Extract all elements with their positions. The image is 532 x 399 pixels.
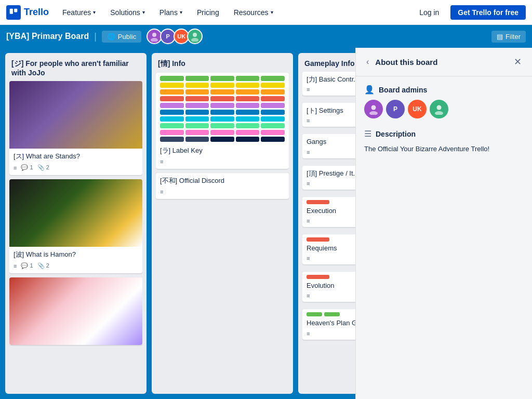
svg-point-4: [193, 33, 197, 37]
chevron-down-icon: ▾: [142, 9, 145, 15]
svg-point-2: [152, 33, 156, 37]
list-title: [ジ] For people who aren't familiar with …: [9, 57, 142, 81]
board-header: [YBA] Primary Board | 🌐 Public P UK ▤ Fi…: [0, 25, 532, 48]
panel-body: 👤 Board admins P UK ☰: [356, 76, 532, 173]
chevron-down-icon: ▾: [271, 9, 273, 15]
card-official-discord[interactable]: [不和] Official Discord ≡: [156, 173, 289, 199]
card-third[interactable]: [9, 277, 142, 345]
list-cards: [ラ] Label Key ≡ [不和] Official Discord ≡: [156, 73, 289, 390]
desc-icon: ≡: [14, 263, 17, 269]
description-icon: ☰: [364, 129, 371, 139]
comment-icon: 💬 1: [21, 164, 33, 171]
svg-rect-0: [10, 8, 13, 14]
chevron-down-icon: ▾: [93, 9, 96, 15]
resources-menu[interactable]: Resources ▾: [229, 5, 278, 20]
panel-title: About this board: [375, 58, 437, 66]
visibility-button[interactable]: 🌐 Public: [102, 31, 141, 43]
card-meta: ≡: [160, 189, 285, 195]
card-what-is-hamon[interactable]: [波] What is Hamon? ≡ 💬 1 📎 2: [9, 179, 142, 273]
filter-icon: ▤: [497, 33, 503, 41]
plans-menu[interactable]: Plans ▾: [154, 5, 188, 20]
card-meta: ≡ 💬 1 📎 2: [14, 262, 138, 269]
trello-logo-text: Trello: [24, 7, 49, 18]
avatar[interactable]: [187, 29, 203, 44]
navbar: Trello Features ▾ Solutions ▾ Plans ▾ Pr…: [0, 0, 532, 25]
features-menu[interactable]: Features ▾: [57, 5, 101, 20]
list-jojo: [ジ] For people who aren't familiar with …: [5, 53, 147, 394]
card-meta: ≡ 💬 1 📎 2: [14, 164, 138, 171]
svg-point-6: [371, 105, 376, 110]
card-label-key[interactable]: [ラ] Label Key ≡: [156, 73, 289, 169]
card-title: [ラ] Label Key: [160, 146, 285, 155]
label-grid: [160, 76, 285, 142]
panel-close-button[interactable]: ✕: [512, 54, 524, 70]
desc-icon: ≡: [14, 165, 17, 171]
description-section-title: Description: [376, 130, 416, 138]
desc-icon: ≡: [160, 158, 163, 165]
card-title: [ス] What are Stands?: [14, 152, 138, 161]
board-title: [YBA] Primary Board: [6, 32, 89, 41]
panel-header: ‹ About this board ✕: [356, 48, 532, 76]
login-button[interactable]: Log in: [412, 5, 446, 20]
svg-point-5: [191, 38, 198, 42]
admin-avatar[interactable]: [364, 100, 383, 118]
board-canvas: [ジ] For people who aren't familiar with …: [0, 48, 532, 399]
admin-avatar[interactable]: [430, 100, 448, 118]
description-text: The Official Your Bizarre Adventure Trel…: [364, 144, 524, 154]
attachment-icon: 📎 2: [37, 262, 49, 269]
filter-button[interactable]: ▤ Filter: [491, 31, 526, 43]
panel-admins-list: P UK: [364, 100, 524, 118]
svg-rect-1: [14, 8, 17, 12]
list-title: [情] Info: [156, 57, 289, 73]
chevron-down-icon: ▾: [180, 9, 182, 15]
attachment-icon: 📎 2: [37, 164, 49, 171]
trello-logo-icon: [6, 5, 21, 20]
admin-avatar[interactable]: P: [386, 100, 405, 118]
member-avatars: P UK: [147, 29, 203, 44]
pricing-menu[interactable]: Pricing: [192, 5, 224, 20]
card-what-are-stands[interactable]: [ス] What are Stands? ≡ 💬 1 📎 2: [9, 81, 142, 175]
card-meta: ≡: [160, 158, 285, 165]
solutions-menu[interactable]: Solutions ▾: [105, 5, 150, 20]
list-info: [情] Info: [152, 53, 293, 394]
svg-point-7: [369, 111, 378, 115]
card-title: [不和] Official Discord: [160, 176, 285, 185]
svg-point-8: [437, 105, 442, 110]
svg-point-9: [435, 111, 443, 115]
list-cards: [ス] What are Stands? ≡ 💬 1 📎 2 [波] What …: [9, 81, 142, 390]
person-icon: 👤: [364, 85, 375, 95]
card-title: [波] What is Hamon?: [14, 250, 138, 259]
trello-logo[interactable]: Trello: [6, 5, 49, 20]
globe-icon: 🌐: [107, 33, 115, 41]
panel-admins-section: 👤 Board admins P UK: [364, 85, 524, 118]
desc-icon: ≡: [160, 189, 163, 195]
about-panel: ‹ About this board ✕ 👤 Board admins P UK: [355, 48, 532, 399]
svg-point-3: [151, 38, 158, 42]
panel-description-section: ☰ Description The Official Your Bizarre …: [364, 129, 524, 154]
admin-avatar[interactable]: UK: [408, 100, 427, 118]
comment-icon: 💬 1: [21, 262, 33, 269]
admins-section-title: Board admins: [379, 86, 427, 94]
get-free-button[interactable]: Get Trello for free: [450, 5, 526, 20]
panel-back-button[interactable]: ‹: [364, 55, 371, 69]
